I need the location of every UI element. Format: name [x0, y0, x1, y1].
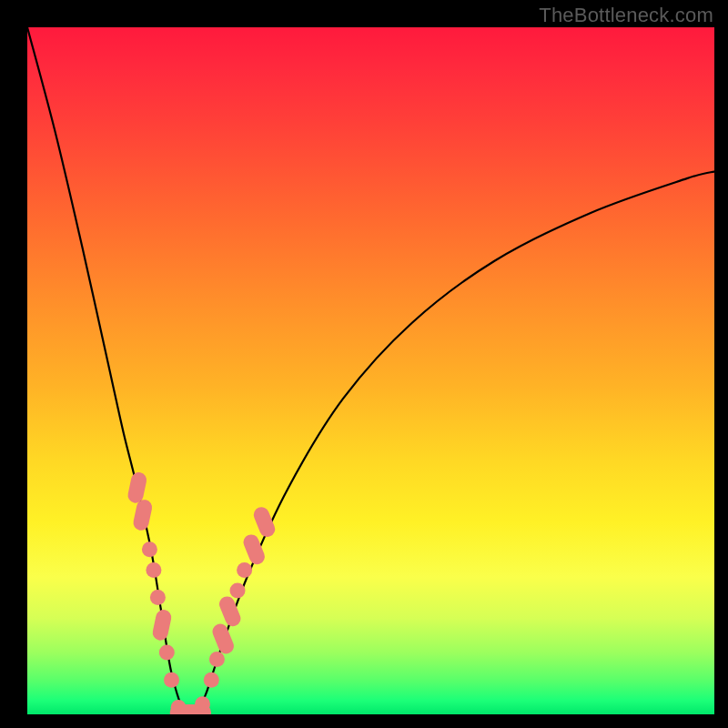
data-point	[204, 672, 219, 688]
data-segment	[132, 499, 154, 532]
bottleneck-curve	[27, 27, 714, 714]
data-point	[159, 645, 175, 661]
data-segment	[126, 471, 148, 505]
data-segment	[151, 609, 173, 642]
data-point	[209, 652, 225, 667]
plot-area	[27, 27, 714, 714]
data-point	[195, 696, 210, 712]
outer-frame: TheBottleneck.com	[0, 0, 728, 728]
data-segment	[210, 622, 236, 656]
data-point	[237, 562, 252, 578]
data-segment	[251, 505, 277, 540]
data-point	[142, 541, 157, 557]
data-point	[146, 562, 161, 578]
data-point	[164, 672, 179, 688]
data-point	[150, 590, 166, 605]
data-markers	[126, 471, 278, 714]
data-point	[230, 583, 246, 599]
chart-svg	[27, 27, 714, 714]
watermark-text: TheBottleneck.com	[539, 4, 713, 27]
